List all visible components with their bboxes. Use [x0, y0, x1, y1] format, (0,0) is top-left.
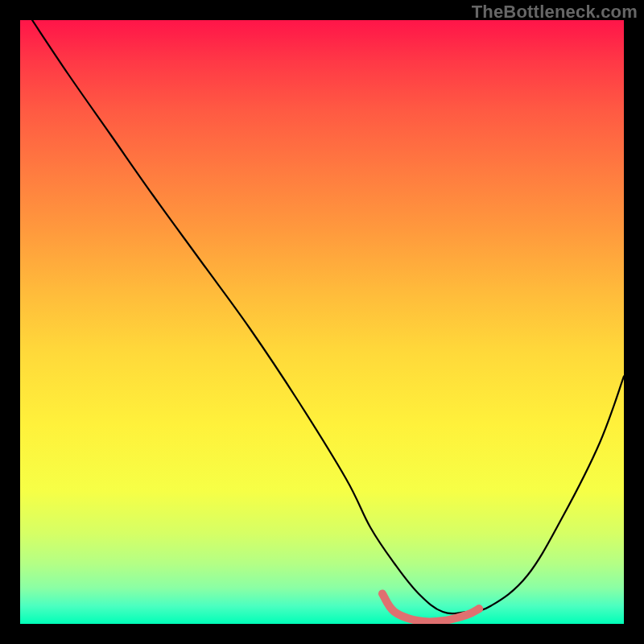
chart-frame: TheBottleneck.com [0, 0, 644, 644]
watermark-text: TheBottleneck.com [472, 2, 638, 23]
optimal-point-dot [475, 605, 483, 613]
bottleneck-curve [32, 20, 624, 613]
plot-area [20, 20, 624, 624]
chart-svg [20, 20, 624, 624]
optimal-band-marker [382, 594, 479, 622]
